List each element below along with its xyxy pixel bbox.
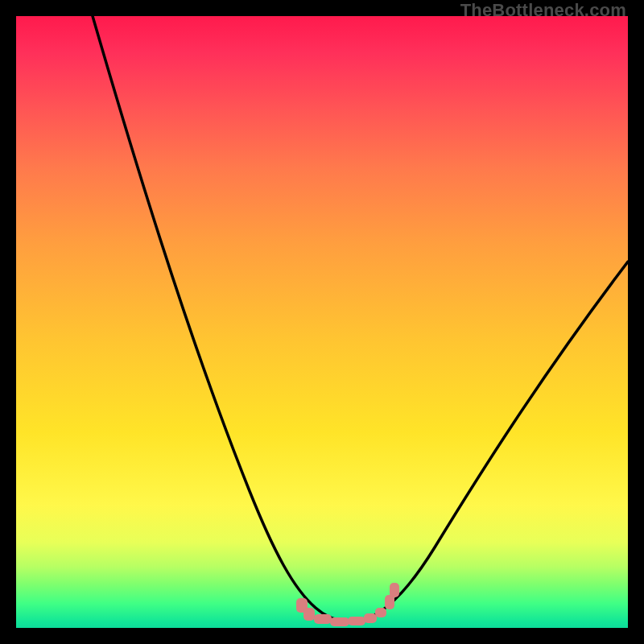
chart-plot <box>16 16 628 628</box>
marker-icon <box>348 617 365 625</box>
bottleneck-curve <box>93 16 628 621</box>
marker-icon <box>364 613 377 623</box>
chart-frame <box>16 16 628 628</box>
marker-icon <box>375 608 386 617</box>
marker-icon <box>330 617 349 626</box>
marker-icon <box>390 583 399 597</box>
marker-icon <box>314 614 332 624</box>
marker-icon <box>303 608 315 621</box>
watermark-text: TheBottleneck.com <box>460 0 626 21</box>
